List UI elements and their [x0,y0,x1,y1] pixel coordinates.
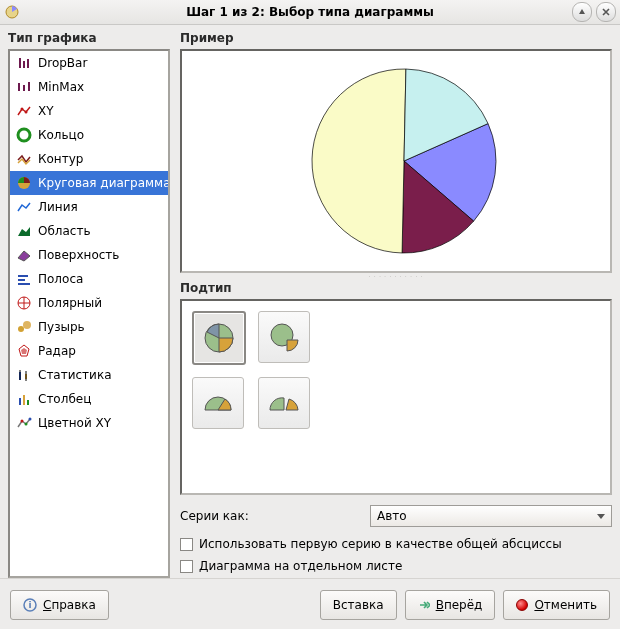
chart-type-pane: Тип графика DropBarMinMaxXYКольцоКонтурК… [8,31,170,578]
chart-type-item[interactable]: Радар [10,339,168,363]
svg-rect-1 [19,58,21,68]
chart-type-item[interactable]: Линия [10,195,168,219]
chart-type-item[interactable]: Столбец [10,387,168,411]
chart-type-icon [16,79,32,95]
chart-type-item[interactable]: Кольцо [10,123,168,147]
chart-type-item-label: Радар [38,344,76,358]
chart-type-item[interactable]: Пузырь [10,315,168,339]
chart-type-item-label: Столбец [38,392,91,406]
svg-rect-13 [18,275,28,277]
svg-rect-28 [23,395,25,405]
checkbox-icon [180,538,193,551]
chart-type-icon [16,175,32,191]
checkbox-first-series-x[interactable]: Использовать первую серию в качестве общ… [180,537,612,551]
close-window-button[interactable] [596,2,616,22]
chart-type-item[interactable]: Поверхность [10,243,168,267]
svg-point-30 [21,420,24,423]
subtype-semi-pie[interactable] [192,377,244,429]
chart-type-item-label: Область [38,224,91,238]
titlebar: Шаг 1 из 2: Выбор типа диаграммы [0,0,620,25]
chart-type-item[interactable]: Круговая диаграмма [10,171,168,195]
chart-type-icon [16,343,32,359]
insert-button[interactable]: Вставка [320,590,397,620]
chart-type-item-label: Линия [38,200,78,214]
svg-rect-3 [27,59,29,68]
svg-point-32 [29,418,32,421]
help-button-label-rest: правка [51,598,96,612]
roll-up-button[interactable] [572,2,592,22]
chart-type-item[interactable]: Цветной XY [10,411,168,435]
splitter-handle[interactable]: · · · · · · · · · · · [180,273,612,281]
chart-type-icon [16,55,32,71]
chart-type-item[interactable]: XY [10,99,168,123]
chart-type-icon [16,151,32,167]
checkbox-separate-sheet[interactable]: Диаграмма на отдельном листе [180,559,612,573]
series-as-label: Серии как: [180,509,370,523]
chart-type-item-label: Круговая диаграмма [38,176,168,190]
svg-point-31 [25,423,28,426]
subtype-pie[interactable] [192,311,246,365]
chart-type-icon [16,127,32,143]
chart-type-item[interactable]: Полоса [10,267,168,291]
chart-type-item-label: Контур [38,152,83,166]
chart-type-icon [16,319,32,335]
chart-type-item-label: DropBar [38,56,87,70]
svg-rect-14 [18,279,25,281]
svg-rect-15 [18,283,30,285]
chart-type-icon [16,391,32,407]
subtype-grid [180,299,612,495]
insert-button-label: Вставка [333,598,384,612]
svg-marker-22 [21,348,27,354]
chart-type-item[interactable]: MinMax [10,75,168,99]
right-pane: Пример · · · · · · · · · · · Подтип [180,31,612,578]
cancel-button-label-u: О [534,598,543,612]
chart-type-item[interactable]: Контур [10,147,168,171]
svg-text:i: i [28,600,31,610]
subtype-semi-pie-exploded[interactable] [258,377,310,429]
chart-type-item[interactable]: DropBar [10,51,168,75]
cancel-icon [516,599,528,611]
svg-rect-27 [19,398,21,405]
chart-type-list[interactable]: DropBarMinMaxXYКольцоКонтурКруговая диаг… [8,49,170,578]
svg-rect-29 [27,400,29,405]
subtype-pie-exploded[interactable] [258,311,310,363]
checkbox-separate-sheet-label: Диаграмма на отдельном листе [199,559,402,573]
chart-type-icon [16,103,32,119]
next-button[interactable]: Вперёд [405,590,496,620]
chart-preview [180,49,612,273]
chart-type-item-label: Кольцо [38,128,84,142]
chart-type-icon [16,415,32,431]
chart-type-item-label: Поверхность [38,248,119,262]
window-title: Шаг 1 из 2: Выбор типа диаграммы [0,5,620,19]
dialog-body: Тип графика DropBarMinMaxXYКольцоКонтурК… [0,25,620,578]
checkbox-first-series-x-label: Использовать первую серию в качестве общ… [199,537,562,551]
chart-type-item-label: MinMax [38,80,84,94]
chart-type-icon [16,295,32,311]
chart-type-item-label: Полоса [38,272,83,286]
preview-heading: Пример [180,31,612,45]
chart-type-item-label: Пузырь [38,320,85,334]
chart-type-icon [16,223,32,239]
svg-point-20 [23,321,31,329]
cancel-button[interactable]: Отменить [503,590,610,620]
svg-point-7 [21,108,24,111]
series-as-row: Серии как: Авто [180,505,612,527]
series-as-select[interactable]: Авто [370,505,612,527]
chart-type-item[interactable]: Полярный [10,291,168,315]
svg-marker-12 [18,251,30,261]
help-button[interactable]: i Справка [10,590,109,620]
chart-type-heading: Тип графика [8,31,170,45]
chart-type-item[interactable]: Область [10,219,168,243]
help-icon: i [23,598,37,612]
cancel-button-label-rest: тменить [544,598,597,612]
chart-type-icon [16,367,32,383]
next-icon [418,599,430,611]
checkbox-icon [180,560,193,573]
chart-type-icon [16,271,32,287]
svg-point-19 [18,326,24,332]
svg-rect-2 [23,61,25,68]
subtype-heading: Подтип [180,281,612,295]
chart-type-item-label: XY [38,104,54,118]
chart-type-item-label: Полярный [38,296,102,310]
chart-type-item[interactable]: Статистика [10,363,168,387]
